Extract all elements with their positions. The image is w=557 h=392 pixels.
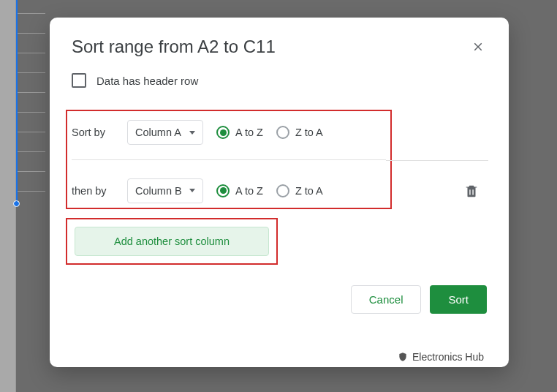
watermark: Electronics Hub <box>398 351 484 363</box>
caret-down-icon <box>189 131 195 135</box>
column-select-value: Column B <box>135 185 182 197</box>
dialog-footer: Cancel Sort <box>72 285 487 314</box>
add-column-highlight: Add another sort column <box>66 218 278 265</box>
close-icon <box>471 40 485 53</box>
sort-rule-label: then by <box>72 185 114 197</box>
delete-rule-button[interactable] <box>463 183 480 199</box>
radio-label: A to Z <box>235 185 263 197</box>
radio-icon <box>216 184 230 197</box>
sort-rule-row: Sort by Column A A to Z Z to A <box>72 114 386 151</box>
header-row-checkbox[interactable] <box>72 73 86 88</box>
sort-range-dialog: Sort range from A2 to C11 Data has heade… <box>50 18 509 367</box>
radio-z-to-a[interactable]: Z to A <box>276 126 323 139</box>
dialog-title: Sort range from A2 to C11 <box>72 37 276 57</box>
column-select-value: Column A <box>135 127 181 138</box>
watermark-text: Electronics Hub <box>412 351 484 363</box>
radio-label: Z to A <box>295 127 323 138</box>
radio-icon <box>216 126 230 139</box>
sort-rules-highlight: Sort by Column A A to Z Z to A then by C… <box>66 110 392 209</box>
radio-a-to-z[interactable]: A to Z <box>216 126 263 139</box>
radio-label: A to Z <box>235 127 263 138</box>
add-sort-column-button[interactable]: Add another sort column <box>75 227 269 256</box>
radio-z-to-a[interactable]: Z to A <box>276 184 323 197</box>
sort-rule-label: Sort by <box>72 127 114 138</box>
header-row-option[interactable]: Data has header row <box>72 73 487 88</box>
spreadsheet-background <box>0 0 44 392</box>
trash-icon <box>463 183 480 199</box>
radio-icon <box>276 126 289 139</box>
radio-a-to-z[interactable]: A to Z <box>216 184 263 197</box>
caret-down-icon <box>189 189 195 192</box>
column-select[interactable]: Column B <box>127 178 203 203</box>
sort-button[interactable]: Sort <box>430 285 487 314</box>
cancel-button[interactable]: Cancel <box>351 285 422 314</box>
column-select[interactable]: Column A <box>127 120 203 145</box>
shield-icon <box>398 352 408 362</box>
close-button[interactable] <box>469 38 487 56</box>
dialog-header: Sort range from A2 to C11 <box>72 37 487 57</box>
radio-label: Z to A <box>295 185 323 197</box>
header-row-label: Data has header row <box>96 75 198 87</box>
sort-rule-row: then by Column B A to Z Z to A <box>72 159 386 205</box>
radio-icon <box>276 184 289 197</box>
